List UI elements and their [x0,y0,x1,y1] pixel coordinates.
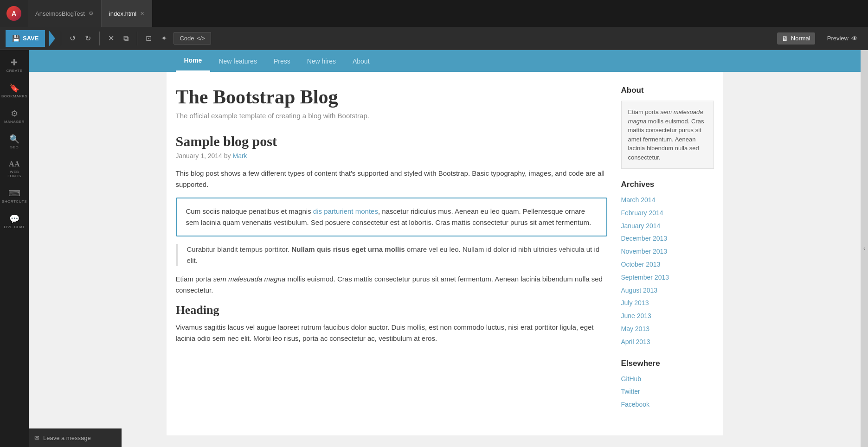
nav-home[interactable]: Home [176,50,211,72]
blog-title: The Bootstrap Blog [176,86,607,108]
about-content: Etiam porta sem malesuada magna mollis e… [621,101,714,169]
archive-march-2014[interactable]: March 2014 [621,195,714,206]
toolbar-right: 🖥 Normal Preview 👁 [777,32,862,45]
nav-about[interactable]: About [344,51,378,71]
sidebar-item-webfonts[interactable]: Aa WEB FONTS [0,156,28,183]
font-icon: Aa [9,160,20,168]
about-italic: sem malesuada magna [628,109,703,125]
normal-mode-label: Normal [791,35,810,42]
sidebar-item-manager[interactable]: ⚙ MANAGER [0,105,28,128]
archive-october-2013[interactable]: October 2013 [621,259,714,270]
app-icon: A [0,0,28,27]
save-label: SAVE [23,35,39,42]
duplicate-button[interactable]: ⧉ [121,32,131,45]
nav-new-hires[interactable]: New hires [299,51,344,71]
content-area: Home New features Press New hires About … [29,50,861,447]
sidebar-seo-label: SEO [10,145,19,149]
sidebar-item-seo[interactable]: 🔍 SEO [0,130,28,154]
preview-mode-button[interactable]: Preview 👁 [823,32,862,45]
eye-icon: 👁 [851,35,858,42]
toolbar-separator-3 [137,32,137,45]
post-body-3: Vivamus sagittis lacus vel augue laoreet… [176,322,607,344]
blog-subtitle: The official example template of creatin… [176,112,607,120]
tab-index-label: index.html [109,10,136,17]
right-panel-handle[interactable]: ‹ [861,50,868,447]
italic-text: sem malesuada magna [213,275,285,283]
tab-anselmos-label: AnselmosBlogTest [35,10,85,17]
desktop-icon: 🖥 [782,35,788,42]
archive-may-2013[interactable]: May 2013 [621,324,714,335]
gear-icon[interactable]: ⚙ [89,10,94,17]
facebook-link[interactable]: Facebook [621,399,714,410]
nav-bar: Home New features Press New hires About [29,50,861,72]
sidebar-item-shortcuts[interactable]: ⌨ SHORTCUTS [0,185,28,208]
archive-january-2014[interactable]: January 2014 [621,221,714,232]
chat-icon: 💬 [9,215,20,223]
delete-icon: ✕ [108,34,114,43]
redo-button[interactable]: ↻ [82,32,94,45]
save-button[interactable]: 💾 SAVE [6,30,45,47]
magic-button[interactable]: ✦ [158,32,170,45]
post-author-link[interactable]: Mark [232,152,247,160]
twitter-link[interactable]: Twitter [621,386,714,397]
github-link[interactable]: GitHub [621,374,714,385]
nav-new-features[interactable]: New features [210,51,265,71]
topbar: A AnselmosBlogTest ⚙ index.html ✕ [0,0,868,27]
nav-press[interactable]: Press [265,51,299,71]
blog-sidebar: About Etiam porta sem malesuada magna mo… [621,86,714,421]
bookmark-icon: 🔖 [9,84,20,92]
tab-index-html[interactable]: index.html ✕ [102,0,152,27]
chat-envelope-icon: ✉ [34,434,39,441]
main-layout: ✚ CREATE 🔖 BOOKMARKS ⚙ MANAGER 🔍 SEO Aa … [0,50,868,447]
code-icon: </> [197,35,205,42]
preview-label: Preview [827,35,849,42]
gear-sidebar-icon: ⚙ [11,109,19,118]
undo-icon: ↺ [70,34,76,43]
sidebar-bookmarks-label: BOOKMARKS [1,94,27,98]
archive-november-2013[interactable]: November 2013 [621,246,714,257]
duplicate-icon: ⧉ [123,34,129,43]
search-icon: 🔍 [9,135,20,143]
code-button[interactable]: Code </> [174,32,211,45]
undo-button[interactable]: ↺ [67,32,78,45]
chat-bar[interactable]: ✉ Leave a message [29,428,122,447]
blog-wrapper: The Bootstrap Blog The official example … [167,72,723,435]
archive-february-2014[interactable]: February 2014 [621,208,714,219]
magic-icon: ✦ [161,34,167,43]
archive-april-2013[interactable]: April 2013 [621,337,714,348]
post-heading: Heading [176,303,607,317]
toolbar-separator-1 [61,32,61,45]
preview-frame-icon: ⊡ [146,34,152,43]
callout-link[interactable]: dis parturient montes [313,207,378,215]
tab-anselmos[interactable]: AnselmosBlogTest ⚙ [28,0,102,27]
normal-mode-button[interactable]: 🖥 Normal [777,32,815,45]
sidebar-create-label: CREATE [6,69,23,73]
nav-inner: Home New features Press New hires About [167,50,723,72]
save-dropdown-arrow[interactable] [49,30,55,47]
sidebar-item-bookmarks[interactable]: 🔖 BOOKMARKS [0,79,28,103]
archive-june-2013[interactable]: June 2013 [621,311,714,322]
sidebar-item-create[interactable]: ✚ CREATE [0,54,28,77]
elsewhere-widget: Elsewhere GitHub Twitter Facebook [621,359,714,410]
post-date: January 1, 2014 by [176,152,231,160]
toolbar-separator-2 [99,32,100,45]
archive-december-2013[interactable]: December 2013 [621,233,714,244]
elsewhere-title: Elsewhere [621,359,714,368]
archive-september-2013[interactable]: September 2013 [621,272,714,283]
post-callout: Cum sociis natoque penatibus et magnis d… [176,198,607,236]
redo-icon: ↻ [85,34,91,43]
archive-august-2013[interactable]: August 2013 [621,285,714,296]
delete-button[interactable]: ✕ [105,32,117,45]
plus-icon: ✚ [11,58,18,67]
post-blockquote: Curabitur blandit tempus porttitor. Null… [176,244,607,266]
blog-main: The Bootstrap Blog The official example … [176,86,607,421]
sidebar-manager-label: MANAGER [4,120,25,124]
close-icon[interactable]: ✕ [140,11,144,17]
chat-label: Leave a message [43,434,91,441]
preview-frame-button[interactable]: ⊡ [143,32,154,45]
sidebar-shortcuts-label: SHORTCUTS [2,199,27,204]
keyboard-icon: ⌨ [8,189,21,198]
archive-july-2013[interactable]: July 2013 [621,298,714,309]
post-meta: January 1, 2014 by Mark [176,152,607,160]
sidebar-item-livechat[interactable]: 💬 LIVE CHAT [0,210,28,234]
